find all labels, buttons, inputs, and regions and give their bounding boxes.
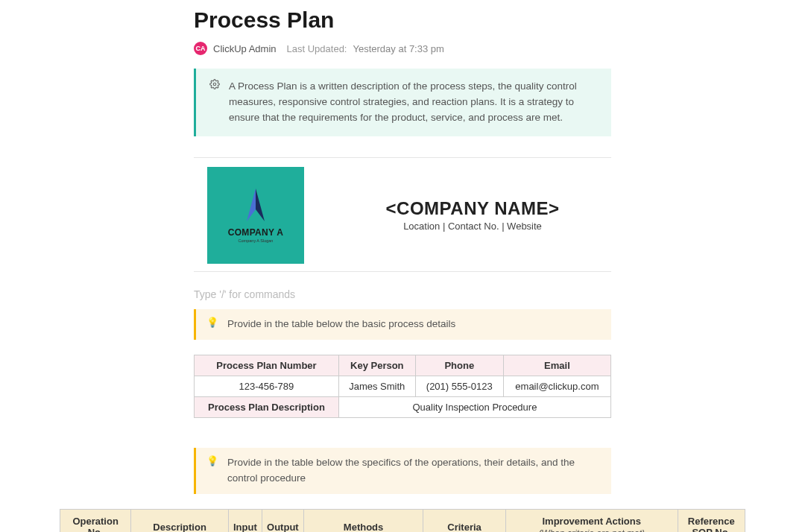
divider bbox=[194, 157, 611, 158]
header-description: Description bbox=[131, 509, 228, 532]
logo-label: COMPANY A bbox=[228, 227, 283, 238]
cell-plan-description[interactable]: Quality Inspection Procedure bbox=[338, 396, 610, 417]
header-phone: Phone bbox=[415, 355, 503, 376]
lightbulb-icon: 💡 bbox=[206, 317, 218, 328]
header-methods: Methods bbox=[303, 509, 423, 532]
hint-block-2: 💡 Provide in the table below the specifi… bbox=[194, 448, 611, 494]
header-improvement: Improvement Actions (When criteria are n… bbox=[505, 509, 678, 532]
header-op-no: Operation No. bbox=[60, 509, 131, 532]
author-avatar[interactable]: CA bbox=[194, 42, 207, 55]
logo-tagline: Company A Slogan bbox=[239, 238, 274, 243]
logo-mark-icon bbox=[241, 187, 271, 224]
page-title: Process Plan bbox=[194, 7, 611, 33]
divider bbox=[194, 271, 611, 272]
operations-table[interactable]: Operation No. Description Input Output M… bbox=[60, 509, 745, 532]
gear-icon bbox=[209, 79, 220, 126]
header-key-person: Key Person bbox=[338, 355, 415, 376]
company-text: <COMPANY NAME> Location | Contact No. | … bbox=[334, 198, 611, 232]
hint-text: Provide in the table below the specifics… bbox=[227, 455, 601, 487]
header-plan-description: Process Plan Description bbox=[195, 396, 339, 417]
header-plan-number: Process Plan Number bbox=[195, 355, 339, 376]
last-updated-value: Yesterday at 7:33 pm bbox=[353, 43, 443, 54]
svg-point-0 bbox=[213, 83, 216, 86]
svg-marker-1 bbox=[247, 189, 256, 221]
process-details-table[interactable]: Process Plan Number Key Person Phone Ema… bbox=[194, 355, 611, 418]
callout-text: A Process Plan is a written description … bbox=[229, 79, 598, 126]
svg-marker-2 bbox=[256, 189, 265, 221]
doc-meta: CA ClickUp Admin Last Updated: Yesterday… bbox=[194, 42, 611, 55]
header-email: Email bbox=[503, 355, 610, 376]
header-input: Input bbox=[228, 509, 262, 532]
header-criteria: Criteria bbox=[423, 509, 505, 532]
header-reference: Reference SOP No. bbox=[678, 509, 745, 532]
header-improvement-sub: (When criteria are not met) bbox=[511, 528, 673, 532]
header-improvement-label: Improvement Actions bbox=[542, 516, 640, 527]
company-name-placeholder[interactable]: <COMPANY NAME> bbox=[334, 198, 611, 219]
hint-text: Provide in the table below the basic pro… bbox=[227, 317, 455, 332]
author-name[interactable]: ClickUp Admin bbox=[213, 43, 277, 54]
cell-phone[interactable]: (201) 555-0123 bbox=[415, 376, 503, 396]
company-subline[interactable]: Location | Contact No. | Website bbox=[334, 221, 611, 232]
command-input[interactable] bbox=[194, 285, 611, 303]
cell-key-person[interactable]: James Smith bbox=[338, 376, 415, 396]
hint-block-1: 💡 Provide in the table below the basic p… bbox=[194, 309, 611, 340]
cell-email[interactable]: email@clickup.com bbox=[503, 376, 610, 396]
company-block: COMPANY A Company A Slogan <COMPANY NAME… bbox=[194, 167, 611, 264]
cell-plan-number[interactable]: 123-456-789 bbox=[195, 376, 339, 396]
lightbulb-icon: 💡 bbox=[206, 455, 218, 466]
company-logo: COMPANY A Company A Slogan bbox=[207, 167, 304, 264]
last-updated-label: Last Updated: bbox=[287, 43, 347, 54]
intro-callout: A Process Plan is a written description … bbox=[194, 69, 611, 136]
header-output: Output bbox=[262, 509, 303, 532]
